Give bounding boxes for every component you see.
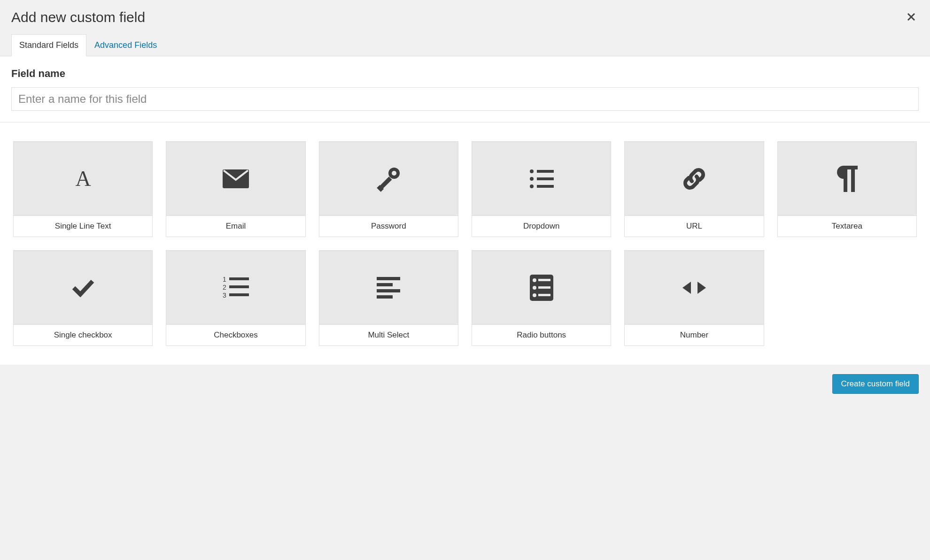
field-type-url[interactable]: URL [624,141,764,237]
svg-rect-18 [377,277,400,280]
field-type-checkboxes[interactable]: 123 Checkboxes [166,250,305,346]
letter-a-icon: A [14,142,152,216]
field-type-dropdown[interactable]: Dropdown [472,141,611,237]
field-type-label: Number [625,325,763,345]
close-icon [907,16,916,23]
modal-title: Add new custom field [11,9,145,25]
svg-text:1: 1 [223,276,226,283]
field-type-radio-buttons[interactable]: Radio buttons [472,250,611,346]
field-type-single-line-text[interactable]: A Single Line Text [13,141,153,237]
field-type-email[interactable]: Email [166,141,305,237]
field-type-multi-select[interactable]: Multi Select [319,250,458,346]
svg-text:2: 2 [223,284,226,291]
svg-rect-7 [537,170,554,173]
field-type-label: Radio buttons [472,325,611,345]
modal-footer: Create custom field [0,365,930,403]
arrows-h-icon [625,251,763,325]
field-type-label: Checkboxes [166,325,305,345]
svg-point-3 [392,171,396,176]
svg-rect-19 [377,283,393,286]
svg-point-27 [533,293,536,297]
svg-point-25 [533,286,536,290]
svg-rect-17 [229,293,249,296]
tab-advanced-fields[interactable]: Advanced Fields [86,34,165,56]
svg-point-23 [533,278,536,282]
list-radio-icon [472,251,611,325]
svg-text:3: 3 [223,292,226,299]
svg-text:A: A [75,167,91,191]
svg-rect-13 [229,277,249,280]
field-name-panel: Field name [0,56,930,123]
field-types-panel: A Single Line Text Email Password [0,123,930,365]
field-type-number[interactable]: Number [624,250,764,346]
field-type-label: URL [625,216,763,237]
close-button[interactable] [904,9,919,26]
tab-standard-fields[interactable]: Standard Fields [11,34,86,56]
svg-point-8 [530,177,534,181]
field-type-label: Textarea [778,216,916,237]
create-custom-field-button[interactable]: Create custom field [832,374,919,394]
envelope-icon [166,142,305,216]
field-type-label: Dropdown [472,216,611,237]
paragraph-icon [778,142,916,216]
field-name-input[interactable] [11,87,919,111]
svg-rect-26 [538,286,550,289]
list-ol-icon: 123 [166,251,305,325]
field-types-grid: A Single Line Text Email Password [13,141,917,346]
svg-rect-9 [537,177,554,180]
link-icon [625,142,763,216]
svg-point-6 [530,169,534,173]
add-custom-field-modal: Add new custom field Standard Fields Adv… [0,0,930,403]
tabs: Standard Fields Advanced Fields [0,26,930,56]
svg-rect-24 [538,279,550,281]
field-type-label: Email [166,216,305,237]
align-left-icon [319,251,458,325]
modal-header: Add new custom field [0,0,930,26]
svg-rect-11 [537,185,554,188]
field-type-single-checkbox[interactable]: Single checkbox [13,250,153,346]
field-type-password[interactable]: Password [319,141,458,237]
field-type-label: Single checkbox [14,325,152,345]
svg-rect-21 [377,295,393,299]
field-type-label: Password [319,216,458,237]
field-type-textarea[interactable]: Textarea [777,141,917,237]
field-name-label: Field name [11,68,919,80]
field-type-label: Multi Select [319,325,458,345]
field-type-label: Single Line Text [14,216,152,237]
list-ul-icon [472,142,611,216]
key-icon [319,142,458,216]
check-icon [14,251,152,325]
svg-rect-15 [229,285,249,288]
svg-point-10 [530,184,534,188]
svg-rect-20 [377,289,400,292]
svg-rect-28 [538,294,550,296]
